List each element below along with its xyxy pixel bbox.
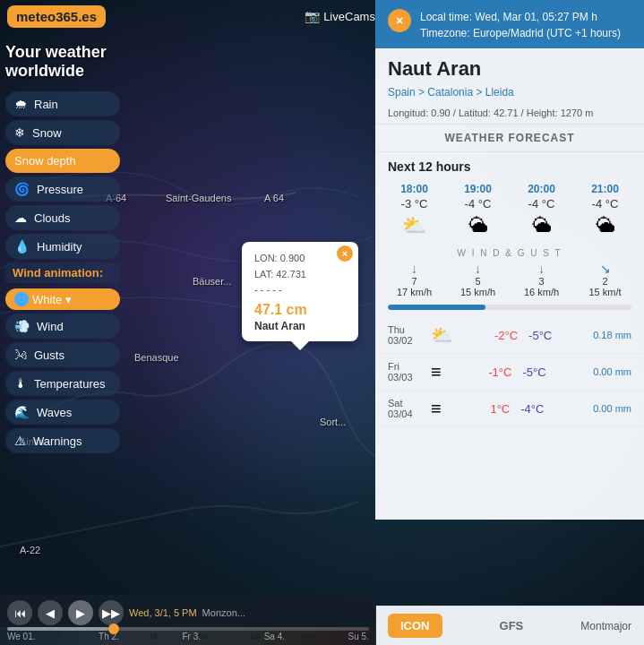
popup-coordinates: LON: 0.900 LAT: 42.731 - - - - - (254, 251, 346, 298)
day-icon-0: ⛅ (431, 324, 453, 346)
wind-arrow-2: ↓ (510, 262, 573, 276)
timeline-road: Monzon... (202, 607, 245, 618)
wind-col-2: ↓ 3 16 km/h (510, 262, 573, 297)
wind-unit-1: 15 km/h (446, 287, 510, 297)
day-min-2: -4°C (520, 402, 544, 416)
hour-time-3: 21:00 (575, 183, 635, 195)
wind-col-1: ↓ 5 15 km/h (446, 262, 510, 297)
day-temps-2: 1°C -4°C (449, 402, 587, 416)
map-popup: × LON: 0.900 LAT: 42.731 - - - - - 47.1 … (242, 242, 358, 341)
wind-gust-label: W I N D & G U S T (375, 245, 644, 262)
wind-animation-label[interactable]: Wind animation: (5, 262, 120, 283)
hour-icon-3: 🌥 (575, 214, 635, 237)
timeline-track[interactable] (7, 627, 369, 631)
timeline: ⏮ ◀ ▶ ▶▶ Wed, 3/1, 5 PM Monzon... We 01.… (0, 595, 376, 645)
wind-speed-0: 7 (382, 276, 446, 287)
day-max-1: -1°C (488, 366, 511, 379)
panel-location-breadcrumb[interactable]: Spain > Catalonia > Lleida (375, 86, 644, 104)
wind-data-grid: ↓ 7 17 km/h ↓ 5 15 km/h ↓ 3 16 km/h ↘ 2 … (375, 262, 644, 297)
livecams-icon: 📷 (305, 9, 320, 23)
progress-fill (388, 305, 485, 310)
day-label-1: Fri 03/03 (388, 361, 424, 383)
temperatures-icon: 🌡 (14, 376, 27, 391)
wind-arrow-1: ↓ (446, 262, 510, 276)
warnings-icon: ⚠ (14, 434, 26, 448)
panel-time: Local time: Wed, Mar 01, 05:27 PM h Time… (420, 9, 621, 41)
chevron-down-icon: ▾ (65, 293, 72, 306)
hour-icon-2: 🌥 (511, 214, 571, 237)
timeline-play-button[interactable]: ▶ (68, 600, 93, 625)
day-row-0[interactable]: Thu 03/02 ⛅ -2°C -5°C 0.18 mm (375, 317, 644, 354)
day-icon-2: ≡ (431, 399, 442, 419)
forecast-progress-bar (388, 305, 631, 310)
sidebar-item-wind[interactable]: 💨 Wind (5, 314, 120, 339)
sidebar-item-clouds[interactable]: ☁ Clouds (5, 205, 120, 230)
hour-temp-2: -4 °C (511, 197, 571, 211)
hour-time-1: 19:00 (448, 183, 508, 195)
popup-value: 47.1 cm (254, 302, 346, 318)
logo[interactable]: meteo365.es (7, 5, 106, 28)
nav-livecams[interactable]: 📷 LiveCams (296, 5, 384, 27)
day-row-2[interactable]: Sat 03/04 ≡ 1°C -4°C 0.00 mm (375, 391, 644, 427)
timeline-controls: ⏮ ◀ ▶ ▶▶ Wed, 3/1, 5 PM Monzon... (0, 600, 376, 625)
humidity-icon: 💧 (14, 239, 30, 254)
sidebar-item-snow[interactable]: ❄ Snow (5, 120, 120, 145)
wind-speed-1: 5 (446, 276, 510, 287)
hour-time-2: 20:00 (511, 183, 571, 195)
sidebar-item-temperatures[interactable]: 🌡 Temperatures (5, 371, 120, 396)
wind-speed-3: 2 (573, 276, 637, 287)
wind-unit-0: 17 km/h (382, 287, 446, 297)
hour-col-1: 19:00 -4 °C 🌥 (446, 179, 510, 245)
hour-time-0: 18:00 (384, 183, 444, 195)
app-tagline: Your weather worldwide (5, 43, 120, 81)
wind-arrow-0: ↓ (382, 262, 446, 276)
white-toggle[interactable]: White ▾ (5, 288, 120, 310)
sidebar-item-snow-depth[interactable]: Snow depth (5, 149, 120, 173)
sidebar-item-warnings[interactable]: ⚠ Warnings (5, 428, 120, 453)
pressure-icon: 🌀 (14, 182, 30, 196)
bottom-location: Montmajor (580, 620, 631, 632)
snow-icon: ❄ (14, 125, 25, 140)
sidebar-item-humidity[interactable]: 💧 Humidity (5, 234, 120, 259)
tl-label-0: We 01. (7, 632, 36, 641)
day-min-1: -5°C (522, 366, 545, 379)
timeline-thumb[interactable] (108, 624, 119, 634)
gusts-icon: 🌬 (14, 348, 27, 362)
sidebar-item-rain[interactable]: 🌧 Rain (5, 91, 120, 116)
wind-col-0: ↓ 7 17 km/h (382, 262, 446, 297)
panel-close-button[interactable]: × (388, 9, 411, 32)
wind-arrow-3: ↘ (573, 262, 637, 276)
hour-col-0: 18:00 -3 °C ⛅ (382, 179, 446, 245)
popup-close-button[interactable]: × (337, 245, 353, 262)
tl-label-3: Sa 4. (264, 632, 285, 641)
day-max-2: 1°C (490, 402, 510, 416)
day-max-0: -2°C (494, 329, 518, 342)
timeline-back-button[interactable]: ◀ (38, 600, 63, 625)
wind-unit-3: 15 km/t (573, 287, 637, 297)
sidebar-item-pressure[interactable]: 🌀 Pressure (5, 176, 120, 202)
timeline-labels: We 01. Th 2. Fr 3. Sa 4. Su 5. (0, 632, 376, 641)
forecast-title: WEATHER FORECAST (375, 125, 644, 152)
day-min-0: -5°C (528, 329, 552, 342)
wind-speed-2: 3 (510, 276, 573, 287)
toggle-indicator (14, 292, 29, 306)
timeline-forward-button[interactable]: ▶▶ (99, 600, 124, 625)
wind-icon: 💨 (14, 319, 30, 333)
day-rain-2: 0.00 mm (593, 403, 631, 414)
icon-btn-active[interactable]: ICON (388, 614, 442, 638)
sidebar-item-gusts[interactable]: 🌬 Gusts (5, 342, 120, 367)
day-icon-1: ≡ (431, 362, 442, 383)
hour-temp-1: -4 °C (448, 197, 508, 211)
panel-city-name: Naut Aran (375, 48, 644, 86)
hour-temp-0: -3 °C (384, 197, 444, 211)
rain-icon: 🌧 (14, 97, 27, 111)
day-row-1[interactable]: Fri 03/03 ≡ -1°C -5°C 0.00 mm (375, 354, 644, 391)
timeline-prev-button[interactable]: ⏮ (7, 600, 32, 625)
icon-btn-inactive[interactable]: GFS (487, 614, 537, 638)
tl-label-2: Fr 3. (182, 632, 201, 641)
hour-col-3: 21:00 -4 °C 🌥 (573, 179, 637, 245)
wind-col-3: ↘ 2 15 km/t (573, 262, 637, 297)
sidebar-item-waves[interactable]: 🌊 Waves (5, 400, 120, 425)
popup-location: Naut Aran (254, 320, 346, 332)
day-label-2: Sat 03/04 (388, 398, 424, 419)
